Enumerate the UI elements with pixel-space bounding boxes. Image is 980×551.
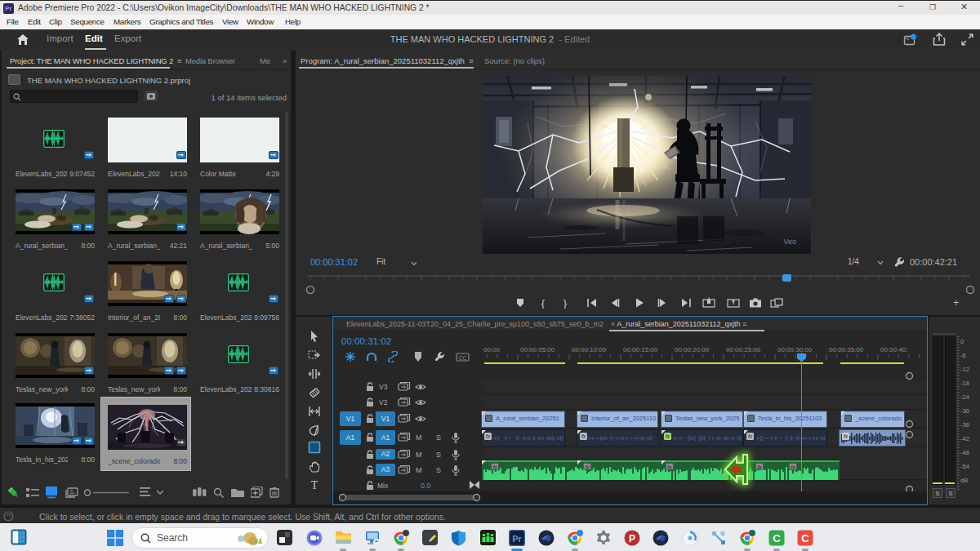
svg-text:C: C <box>773 532 781 544</box>
svg-text:C: C <box>801 532 809 544</box>
svg-text:Veo: Veo <box>783 238 796 246</box>
svg-text:{: { <box>541 297 546 309</box>
svg-text:T: T <box>311 479 318 491</box>
svg-text:CC: CC <box>459 355 467 361</box>
svg-text:}: } <box>564 297 568 309</box>
svg-text:P: P <box>629 533 635 544</box>
svg-text:Pr: Pr <box>512 534 521 544</box>
